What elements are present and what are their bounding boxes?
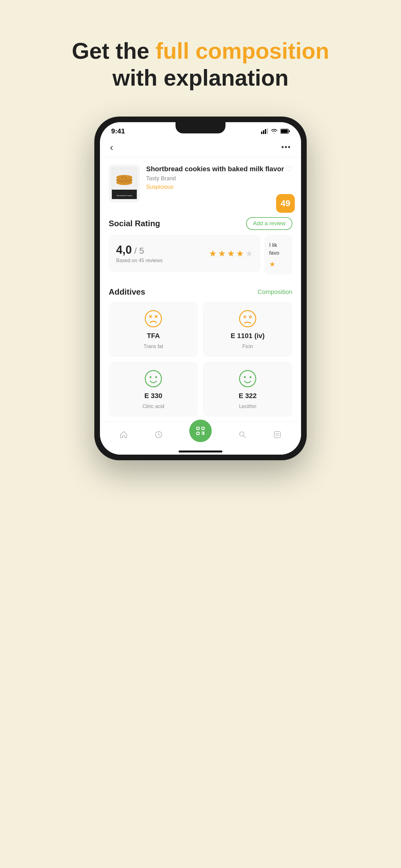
svg-point-14 — [122, 177, 123, 178]
headline-line2: with explanation — [72, 64, 329, 91]
bottom-nav — [100, 422, 301, 451]
review-stars: ★ — [269, 260, 287, 269]
svg-rect-0 — [261, 131, 262, 134]
rating-value-row: 4,0 / 5 — [116, 243, 203, 256]
additive-card-e322[interactable]: E 322 Lecithin — [203, 362, 292, 417]
product-header: Shortbread Cookie Shortbread cookies wit… — [100, 157, 301, 210]
product-image: Shortbread Cookie — [109, 165, 140, 202]
additive-name-e1101: Ficin — [242, 344, 253, 349]
nav-search[interactable] — [238, 430, 247, 439]
additive-name-e322: Lecithin — [239, 404, 256, 409]
additive-code-e330: E 330 — [144, 392, 162, 400]
star-5: ★ — [245, 248, 253, 259]
home-indicator-bar — [179, 451, 222, 453]
svg-rect-5 — [281, 129, 288, 133]
composition-link[interactable]: Composition — [258, 288, 292, 296]
svg-point-15 — [125, 178, 127, 179]
svg-rect-33 — [197, 427, 199, 430]
neutral-bad-face-icon — [238, 309, 257, 328]
product-image-svg: Shortbread Cookie — [110, 166, 138, 200]
headline: Get the full composition with explanatio… — [72, 37, 329, 92]
star-2: ★ — [218, 248, 226, 259]
notch — [175, 122, 226, 133]
review-text: I lik favo — [269, 241, 287, 257]
phone-screen: 9:41 — [100, 122, 301, 455]
additive-name-tfa: Trans fat — [144, 344, 163, 349]
additives-grid: TFA Trans fat E 1101 (iv) Ficin — [109, 302, 292, 417]
list-icon — [273, 430, 282, 439]
svg-point-27 — [149, 376, 152, 378]
heart-icon[interactable]: ♡ — [286, 165, 292, 174]
svg-point-30 — [244, 376, 246, 378]
svg-text:Shortbread Cookie: Shortbread Cookie — [116, 195, 132, 196]
product-brand: Tasty Brand — [146, 175, 292, 182]
additives-header: Additives Composition — [109, 287, 292, 297]
additive-card-e1101[interactable]: E 1101 (iv) Ficin — [203, 302, 292, 357]
svg-point-16 — [124, 176, 125, 177]
add-review-button[interactable]: Add a review — [246, 217, 292, 230]
svg-rect-34 — [202, 427, 204, 430]
rating-divider: / — [134, 246, 137, 256]
svg-point-26 — [145, 371, 162, 387]
good-face-icon-e330 — [144, 369, 163, 388]
battery-icon — [280, 129, 290, 134]
svg-point-13 — [116, 175, 132, 180]
social-rating-section: Social Rating Add a review 4,0 / 5 Based… — [100, 210, 301, 280]
signal-icon — [261, 128, 268, 134]
more-button[interactable]: ••• — [281, 143, 291, 152]
rating-number: 4,0 — [116, 243, 132, 256]
svg-point-18 — [145, 311, 162, 327]
rating-max: 5 — [139, 246, 144, 256]
additive-card-e330[interactable]: E 330 Citric acid — [109, 362, 198, 417]
svg-point-25 — [249, 316, 252, 318]
headline-line1: Get the full composition — [72, 37, 329, 64]
good-face-icon-e322 — [238, 369, 257, 388]
nav-history[interactable] — [154, 430, 163, 439]
status-time: 9:41 — [111, 127, 125, 135]
status-icons — [261, 128, 290, 134]
svg-point-24 — [244, 316, 246, 318]
svg-point-23 — [239, 311, 256, 327]
additives-title: Additives — [109, 287, 145, 297]
score-badge: 49 — [276, 194, 295, 213]
svg-rect-1 — [263, 130, 264, 134]
phone-frame: 9:41 — [94, 117, 307, 460]
svg-point-29 — [239, 371, 256, 387]
star-1: ★ — [209, 248, 217, 259]
stars: ★ ★ ★ ★ ★ — [209, 248, 253, 259]
rating-count: Based on 45 reviews — [116, 258, 203, 264]
additive-name-e330: Citric acid — [142, 404, 164, 409]
headline-highlight: full composition — [156, 38, 329, 63]
history-icon — [154, 430, 163, 439]
search-icon — [238, 430, 247, 439]
headline-prefix: Get the — [72, 38, 156, 63]
svg-line-40 — [243, 436, 245, 438]
social-rating-title: Social Rating — [109, 219, 160, 228]
nav-scan[interactable] — [189, 427, 212, 442]
star-3: ★ — [227, 248, 235, 259]
scan-icon — [196, 426, 205, 436]
nav-list[interactable] — [273, 430, 282, 439]
product-info: Shortbread cookies with baked milk flavo… — [146, 165, 292, 191]
svg-rect-3 — [267, 128, 268, 134]
home-indicator — [100, 451, 301, 455]
nav-bar: ‹ ••• — [100, 138, 301, 157]
rating-area: 4,0 / 5 Based on 45 reviews ★ ★ ★ ★ ★ — [109, 235, 292, 275]
scan-button[interactable] — [189, 420, 212, 442]
additive-code-e1101: E 1101 (iv) — [231, 332, 265, 340]
product-name: Shortbread cookies with baked milk flavo… — [146, 165, 292, 174]
home-icon — [119, 430, 128, 439]
review-snippet-card: I lik favo ★ — [264, 235, 292, 275]
back-button[interactable]: ‹ — [110, 142, 113, 153]
bad-face-icon — [144, 309, 163, 328]
additives-section: Additives Composition TFA Trans fat — [100, 280, 301, 422]
additive-code-tfa: TFA — [147, 332, 160, 340]
additive-card-tfa[interactable]: TFA Trans fat — [109, 302, 198, 357]
nav-home[interactable] — [119, 430, 128, 439]
additive-code-e322: E 322 — [239, 392, 257, 400]
svg-point-28 — [155, 376, 157, 378]
rating-card: 4,0 / 5 Based on 45 reviews ★ ★ ★ ★ ★ — [109, 235, 261, 272]
wifi-icon — [270, 128, 278, 134]
star-4: ★ — [236, 248, 244, 259]
rating-main: 4,0 / 5 Based on 45 reviews — [116, 243, 203, 264]
